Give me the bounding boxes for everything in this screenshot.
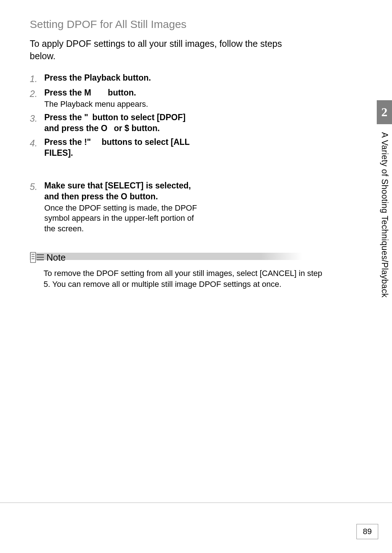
step-number: 5. <box>30 180 44 192</box>
step-body: Press the M button. The Playback menu ap… <box>44 88 200 109</box>
note-block: Note To remove the DPOF setting from all… <box>30 253 367 289</box>
svg-rect-2 <box>32 256 34 257</box>
intro-text: To apply DPOF settings to all your still… <box>30 38 302 62</box>
step-item: 3. Press the " button to select [DPOF] a… <box>30 112 200 134</box>
step-number: 1. <box>30 73 44 85</box>
step-number: 3. <box>30 112 44 124</box>
note-label: Note <box>46 252 66 263</box>
step-title: Press the !" buttons to select [ALL FILE… <box>44 137 200 159</box>
note-icon <box>30 251 45 264</box>
svg-rect-1 <box>32 254 34 255</box>
step-title: Press the M button. <box>44 88 200 98</box>
svg-rect-3 <box>32 258 34 259</box>
footer-divider <box>0 503 392 503</box>
step-number: 2. <box>30 88 44 99</box>
step-body: Press the Playback button. <box>44 73 200 84</box>
step-desc: Once the DPOF setting is made, the DPOF … <box>44 203 200 234</box>
manual-page: Setting DPOF for All Still Images To app… <box>0 0 392 553</box>
step-item: 1. Press the Playback button. <box>30 73 200 85</box>
page-number: 89 <box>356 524 378 539</box>
svg-rect-5 <box>37 257 44 258</box>
note-bar <box>30 253 302 260</box>
svg-rect-4 <box>37 254 44 255</box>
step-body: Press the " button to select [DPOF] and … <box>44 112 200 134</box>
note-text: To remove the DPOF setting from all your… <box>30 268 326 289</box>
step-body: Press the !" buttons to select [ALL FILE… <box>44 137 200 159</box>
svg-rect-6 <box>37 259 44 260</box>
step-item: 5. Make sure that [SELECT] is selected, … <box>30 180 200 234</box>
chapter-title: A Variety of Shooting Techniques/Playbac… <box>377 130 392 333</box>
step-item: 4. Press the !" buttons to select [ALL F… <box>30 137 200 159</box>
section-heading: Setting DPOF for All Still Images <box>30 18 367 31</box>
steps-list: 1. Press the Playback button. 2. Press t… <box>30 73 200 234</box>
step-body: Make sure that [SELECT] is selected, and… <box>44 180 200 234</box>
step-title: Press the " button to select [DPOF] and … <box>44 112 200 134</box>
step-title: Press the Playback button. <box>44 73 200 84</box>
step-desc: The Playback menu appears. <box>44 99 200 110</box>
step-title: Make sure that [SELECT] is selected, and… <box>44 180 200 202</box>
step-item: 2. Press the M button. The Playback menu… <box>30 88 200 109</box>
step-number: 4. <box>30 137 44 149</box>
note-header: Note <box>30 253 302 264</box>
chapter-tab: 2 <box>377 100 392 124</box>
